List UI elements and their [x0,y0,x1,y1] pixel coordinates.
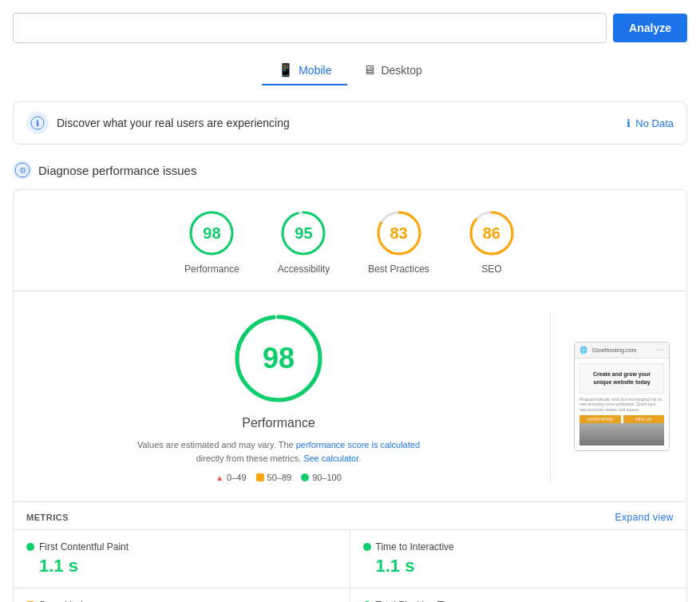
desktop-icon: 🖥 [363,63,376,77]
preview-btn-learn: LEARN MORE [579,415,621,423]
metric-value-tti: 1.1 s [363,556,674,576]
score-circle-best-practices: 83 [375,209,423,257]
score-item-accessibility: 95 Accessibility [278,209,330,275]
legend-range-orange: 50–89 [267,473,292,482]
legend-orange: 50–89 [256,473,292,482]
tab-mobile-label: Mobile [299,64,331,77]
device-tabs: 📱 Mobile 🖥 Desktop [13,56,687,85]
big-score-value: 98 [263,342,295,375]
real-users-text: Discover what your real users are experi… [57,117,290,129]
score-label-seo: SEO [481,263,501,275]
preview-favicon: 🌐 [579,347,587,354]
metric-item-tbt: Total Blocking Time 0 ms [350,588,687,602]
svg-text:ℹ: ℹ [36,119,39,128]
preview-domain: 01nethosting.com [592,347,636,353]
score-circle-accessibility: 95 [279,209,327,257]
score-label-best-practices: Best Practices [368,263,429,275]
metric-item-fcp: First Contentful Paint 1.1 s [14,529,350,588]
real-users-info-row: ℹ Discover what your real users are expe… [13,101,687,145]
legend-red: ▲ 0–49 [216,473,246,482]
expand-view-button[interactable]: Expand view [615,512,674,523]
legend-green: 90–100 [301,473,342,482]
score-value-best-practices: 83 [390,224,407,243]
perf-title: Performance [242,416,315,430]
score-value-performance: 98 [203,224,220,243]
metrics-grid: First Contentful Paint 1.1 s Time to Int… [14,529,686,602]
score-card: 98 Performance 95 Accessibility [13,189,687,602]
no-data-badge[interactable]: ℹ No Data [627,117,674,129]
metric-value-fcp: 1.1 s [26,556,337,576]
score-item-best-practices: 83 Best Practices [368,209,429,275]
score-circle-performance: 98 [188,209,235,257]
preview-image [579,423,664,446]
score-label-performance: Performance [184,263,239,275]
perf-divider [550,311,551,482]
metric-name-fcp: First Contentful Paint [39,541,129,552]
preview-dots: ⋯ [656,346,664,354]
url-bar-row: https://01nethosting.com/ Analyze [13,13,687,43]
perf-score-link[interactable]: performance score is calculated [296,440,420,450]
calc-link[interactable]: See calculator [303,453,358,463]
metrics-header: METRICS Expand view [14,502,686,529]
info-row-icon: ℹ [26,112,49,134]
tab-mobile[interactable]: 📱 Mobile [262,56,347,85]
preview-bar: 🌐 01nethosting.com ⋯ [575,343,669,358]
info-row-left: ℹ Discover what your real users are expe… [26,112,290,134]
tab-desktop-label: Desktop [381,64,421,77]
metric-name-tti: Time to Interactive [376,541,454,552]
score-value-accessibility: 95 [295,224,312,243]
big-score-circle: 98 [231,311,326,406]
mobile-icon: 📱 [278,62,294,77]
metric-item-si: Speed Index 4.0 s [14,588,350,602]
perf-right: 🌐 01nethosting.com ⋯ Create and grow you… [570,311,674,482]
metric-dot-tti [363,543,371,551]
diagnose-header: ⚙ Diagnose performance issues [13,160,687,180]
tab-desktop[interactable]: 🖥 Desktop [347,56,437,85]
preview-hero-title: Create and grow your unique website toda… [583,370,660,386]
metrics-label: METRICS [26,513,69,522]
perf-note: Values are estimated and may vary. The p… [137,438,420,465]
perf-main: 98 Performance Values are estimated and … [14,291,686,502]
perf-left: 98 Performance Values are estimated and … [26,311,531,482]
no-data-label: No Data [635,117,674,129]
legend-range-green: 90–100 [312,473,342,482]
preview-hero: Create and grow your unique website toda… [579,363,664,394]
info-icon-right: ℹ [627,117,631,129]
metric-dot-fcp [26,543,34,551]
website-preview: 🌐 01nethosting.com ⋯ Create and grow you… [574,342,670,451]
svg-text:⚙: ⚙ [19,166,26,175]
preview-btn-hire: HIRE US [623,415,665,423]
perf-legend: ▲ 0–49 50–89 90–100 [216,473,342,482]
diagnose-label: Diagnose performance issues [38,164,196,177]
metric-item-tti: Time to Interactive 1.1 s [350,529,687,588]
analyze-button[interactable]: Analyze [613,14,687,42]
preview-small-text: Programmatically work but low hanging fr… [579,397,664,413]
preview-body: Create and grow your unique website toda… [575,358,669,450]
score-item-seo: 86 SEO [468,209,516,275]
legend-range-red: 0–49 [227,473,246,482]
score-circle-seo: 86 [468,209,516,257]
score-summary: 98 Performance 95 Accessibility [14,190,686,291]
score-item-performance: 98 Performance [184,209,239,275]
preview-buttons: LEARN MORE HIRE US [579,415,664,423]
score-value-seo: 86 [483,224,500,243]
diagnose-icon: ⚙ [13,160,32,180]
score-label-accessibility: Accessibility [278,263,330,275]
url-input[interactable]: https://01nethosting.com/ [13,13,607,43]
